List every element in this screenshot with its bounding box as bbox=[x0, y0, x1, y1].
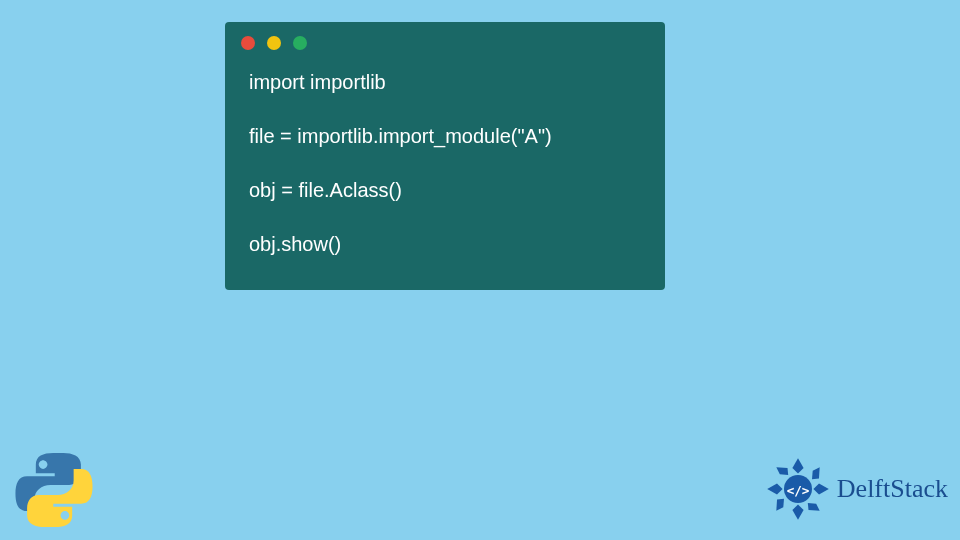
code-line: file = importlib.import_module("A") bbox=[249, 122, 641, 150]
delftstack-rosette-icon: </> bbox=[763, 454, 833, 524]
delftstack-text: DelftStack bbox=[837, 474, 948, 504]
code-content: import importlib file = importlib.import… bbox=[225, 60, 665, 262]
svg-text:</>: </> bbox=[786, 483, 809, 498]
code-window: import importlib file = importlib.import… bbox=[225, 22, 665, 290]
minimize-dot-icon bbox=[267, 36, 281, 50]
window-controls bbox=[225, 22, 665, 60]
close-dot-icon bbox=[241, 36, 255, 50]
python-logo-icon bbox=[14, 450, 94, 530]
maximize-dot-icon bbox=[293, 36, 307, 50]
delftstack-logo: </> DelftStack bbox=[763, 454, 948, 524]
code-line: obj.show() bbox=[249, 230, 641, 258]
code-line: obj = file.Aclass() bbox=[249, 176, 641, 204]
code-line: import importlib bbox=[249, 68, 641, 96]
